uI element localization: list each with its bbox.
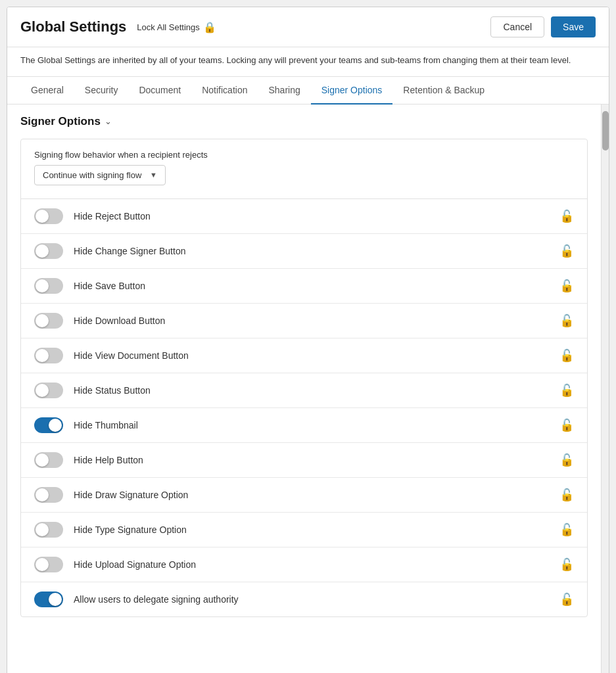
toggle-thumb [49,419,62,432]
tab-notification[interactable]: Notification [191,77,258,104]
lock-icon-hide-status[interactable]: 🔓 [559,383,574,398]
toggle-thumb [36,349,49,362]
toggle-hide-download[interactable] [34,313,63,329]
toggle-row-hide-status: Hide Status Button 🔓 [21,373,587,408]
scrollbar-track[interactable] [601,104,609,674]
toggle-label-hide-reject: Hide Reject Button [74,211,151,221]
toggle-thumb [36,279,49,292]
toggle-label-hide-draw-signature: Hide Draw Signature Option [74,490,188,500]
global-settings-window: Global Settings Lock All Settings 🔒 Canc… [7,7,609,673]
save-button[interactable]: Save [551,16,596,37]
signing-flow-label: Signing flow behavior when a recipient r… [34,150,574,160]
toggle-hide-upload-signature[interactable] [34,557,63,572]
lock-icon-hide-reject[interactable]: 🔓 [559,209,574,223]
toggle-hide-type-signature[interactable] [34,522,63,538]
lock-all-label: Lock All Settings [137,22,199,32]
toggle-row-hide-upload-signature: Hide Upload Signature Option 🔓 [21,547,587,582]
lock-icon-hide-download[interactable]: 🔓 [559,313,574,328]
header: Global Settings Lock All Settings 🔒 Canc… [7,7,609,47]
toggle-hide-change-signer[interactable] [34,243,63,259]
signing-flow-dropdown[interactable]: Continue with signing flow ▼ [34,165,166,185]
page-title: Global Settings [20,18,126,35]
toggle-label-hide-change-signer: Hide Change Signer Button [74,246,185,256]
toggle-label-hide-upload-signature: Hide Upload Signature Option [74,559,196,570]
tab-document[interactable]: Document [128,77,191,104]
toggle-thumb [36,210,49,223]
toggle-row-hide-download: Hide Download Button 🔓 [21,304,587,338]
toggle-label-hide-help: Hide Help Button [74,455,143,465]
toggle-thumb [36,453,49,467]
lock-icon-allow-delegate[interactable]: 🔓 [559,592,574,607]
toggle-row-hide-draw-signature: Hide Draw Signature Option 🔓 [21,478,587,513]
header-actions: Cancel Save [490,16,596,37]
toggle-thumb [49,593,62,606]
lock-icon-hide-upload-signature[interactable]: 🔓 [559,557,574,572]
toggle-hide-view-document[interactable] [34,348,63,363]
toggle-thumb [36,384,49,397]
signer-options-box: Signing flow behavior when a recipient r… [20,139,588,617]
info-banner: The Global Settings are inherited by all… [7,47,609,77]
lock-icon-hide-help[interactable]: 🔓 [559,453,574,467]
toggle-label-hide-status: Hide Status Button [74,385,151,396]
toggle-hide-save[interactable] [34,278,63,294]
toggle-label-hide-thumbnail: Hide Thumbnail [74,420,138,430]
lock-icon: 🔒 [203,21,216,34]
toggle-row-hide-change-signer: Hide Change Signer Button 🔓 [21,234,587,269]
tab-general[interactable]: General [20,77,74,104]
tab-sharing[interactable]: Sharing [258,77,310,104]
lock-all-button[interactable]: Lock All Settings 🔒 [137,21,216,34]
toggle-hide-draw-signature[interactable] [34,487,63,503]
toggle-row-hide-save: Hide Save Button 🔓 [21,269,587,304]
toggle-row-hide-type-signature: Hide Type Signature Option 🔓 [21,513,587,547]
chevron-down-icon[interactable]: ⌄ [105,116,112,126]
dropdown-chevron-icon: ▼ [150,171,157,179]
tab-retention-backup[interactable]: Retention & Backup [392,77,495,104]
toggle-thumb [36,523,49,536]
toggle-row-hide-help: Hide Help Button 🔓 [21,443,587,478]
toggle-row-hide-view-document: Hide View Document Button 🔓 [21,338,587,373]
lock-icon-hide-thumbnail[interactable]: 🔓 [559,418,574,432]
cancel-button[interactable]: Cancel [490,16,544,37]
lock-icon-hide-type-signature[interactable]: 🔓 [559,522,574,537]
tab-signer-options[interactable]: Signer Options [311,77,393,104]
toggle-label-hide-download: Hide Download Button [74,315,165,326]
content-area: Signer Options ⌄ Signing flow behavior w… [7,104,609,674]
toggle-hide-status[interactable] [34,383,63,398]
section-header: Signer Options ⌄ [20,115,588,128]
lock-icon-hide-change-signer[interactable]: 🔓 [559,244,574,258]
toggle-thumb [36,244,49,258]
signing-flow-value: Continue with signing flow [43,170,141,180]
lock-icon-hide-draw-signature[interactable]: 🔓 [559,488,574,502]
toggle-thumb [36,488,49,501]
toggle-thumb [36,314,49,327]
main-content: Signer Options ⌄ Signing flow behavior w… [7,104,601,674]
toggle-label-hide-view-document: Hide View Document Button [74,350,189,361]
toggle-row-hide-reject: Hide Reject Button 🔓 [21,199,587,234]
toggle-label-hide-save: Hide Save Button [74,281,145,291]
toggle-row-hide-thumbnail: Hide Thumbnail 🔓 [21,408,587,443]
scrollbar-thumb[interactable] [602,111,609,151]
toggle-row-allow-delegate: Allow users to delegate signing authorit… [21,582,587,616]
toggle-allow-delegate[interactable] [34,592,63,607]
toggle-label-hide-type-signature: Hide Type Signature Option [74,524,187,535]
toggle-hide-thumbnail[interactable] [34,417,63,433]
tab-security[interactable]: Security [74,77,129,104]
lock-icon-hide-view-document[interactable]: 🔓 [559,348,574,363]
signing-flow-section: Signing flow behavior when a recipient r… [21,139,587,199]
lock-icon-hide-save[interactable]: 🔓 [559,279,574,293]
tabs-bar: General Security Document Notification S… [7,77,609,104]
toggle-thumb [36,558,49,571]
toggle-label-allow-delegate: Allow users to delegate signing authorit… [74,594,239,605]
toggle-hide-help[interactable] [34,452,63,468]
section-title: Signer Options [20,115,101,128]
toggle-hide-reject[interactable] [34,208,63,224]
